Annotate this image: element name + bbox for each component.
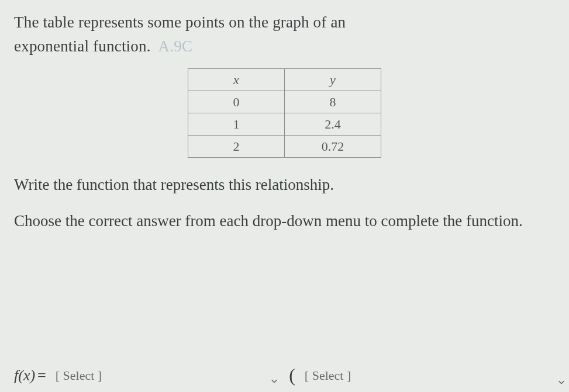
instruction-block: Write the function that represents this … (14, 173, 555, 234)
table-header-x: x (188, 69, 285, 91)
open-paren: ( (289, 365, 295, 386)
table-cell-x: 1 (188, 113, 285, 136)
table-row: 1 2.4 (188, 113, 381, 136)
equals-sign: = (37, 367, 46, 384)
table-header-row: x y (188, 69, 381, 91)
function-row: f(x) = [ Select ] ( [ Select ] (14, 365, 555, 386)
table-cell-x: 2 (188, 136, 285, 158)
table-cell-y: 0.72 (285, 136, 381, 158)
function-label: f(x) (14, 367, 35, 384)
select-1[interactable]: [ Select ] (51, 366, 106, 386)
table-cell-y: 2.4 (285, 113, 381, 136)
data-table: x y 0 8 1 2.4 2 0.72 (188, 68, 381, 158)
chevron-down-icon (270, 372, 278, 380)
table-row: 2 0.72 (188, 136, 381, 158)
select-1-area[interactable]: [ Select ] (51, 366, 278, 386)
instruction-choose: Choose the correct answer from each drop… (14, 209, 555, 234)
table-row: 0 8 (188, 91, 381, 113)
select-2-area[interactable]: [ Select ] (300, 366, 356, 386)
standard-tag: A.9C (158, 37, 193, 55)
instruction-write: Write the function that represents this … (14, 173, 555, 197)
table-header-y: y (285, 69, 381, 91)
table-cell-x: 0 (188, 91, 285, 113)
table-cell-y: 8 (285, 91, 381, 113)
chevron-down-icon (557, 378, 565, 386)
question-prompt: The table represents some points on the … (14, 11, 555, 58)
prompt-line-2-text: exponential function. (14, 37, 151, 55)
select-2[interactable]: [ Select ] (300, 366, 356, 386)
prompt-line-2: exponential function. A.9C (14, 34, 555, 58)
prompt-line-1: The table represents some points on the … (14, 11, 555, 34)
